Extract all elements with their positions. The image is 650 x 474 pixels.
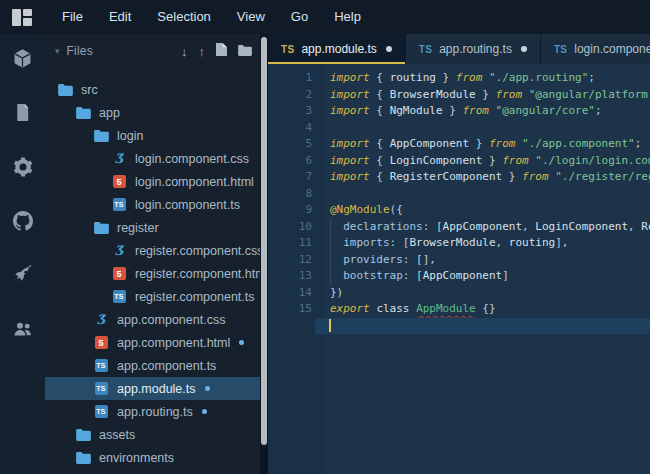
line-number: 5 — [268, 136, 312, 153]
tree-item-label: app — [99, 106, 120, 120]
tree-item-register.component.ts[interactable]: TSregister.component.ts — [45, 285, 260, 308]
modified-dot-icon — [202, 409, 207, 414]
tree-item-login[interactable]: login — [45, 124, 260, 147]
ts-file-icon: TS — [111, 198, 127, 211]
gear-icon[interactable] — [12, 156, 33, 177]
code-line-4[interactable]: 4 — [268, 120, 650, 137]
menu-selection[interactable]: Selection — [144, 0, 223, 34]
code-line-14[interactable]: 14}) — [268, 285, 650, 302]
github-icon[interactable] — [12, 210, 33, 231]
download-arrow-icon[interactable]: ↓ — [181, 45, 188, 58]
tree-item-assets[interactable]: assets — [45, 423, 260, 446]
new-file-icon[interactable] — [216, 42, 227, 60]
code-line-8[interactable]: 8 — [268, 186, 650, 203]
line-number: 15 — [268, 301, 312, 318]
tree-item-label: app.routing.ts — [117, 405, 193, 419]
code-line-2[interactable]: 2import { BrowserModule } from "@angular… — [268, 87, 650, 104]
code-line-text: bootstrap: [AppComponent] — [330, 268, 509, 285]
code-line-5[interactable]: 5import { AppComponent } from "./app.com… — [268, 136, 650, 153]
ts-file-icon: TS — [93, 405, 109, 418]
ts-file-icon: TS — [93, 359, 109, 372]
tree-item-src[interactable]: src — [45, 78, 260, 101]
ts-icon: TS — [419, 44, 432, 55]
tree-item-label: login — [117, 129, 143, 143]
code-line-15[interactable]: 15export class AppModule {} — [268, 301, 650, 318]
tab-login.component.ts[interactable]: TSlogin.component.ts — [541, 34, 650, 64]
rocket-icon[interactable] — [12, 264, 33, 285]
app-logo-icon — [12, 9, 33, 26]
users-icon[interactable] — [12, 318, 33, 339]
chevron-down-icon[interactable]: ▾ — [55, 46, 60, 56]
tree-item-register.component.html[interactable]: 5register.component.html — [45, 262, 260, 285]
tree-item-login.component.ts[interactable]: TSlogin.component.ts — [45, 193, 260, 216]
box-icon[interactable] — [12, 48, 33, 69]
line-number: 12 — [268, 252, 312, 269]
code-line-7[interactable]: 7import { RegisterComponent } from "./re… — [268, 169, 650, 186]
tree-item-label: app.component.ts — [117, 359, 216, 373]
folder-icon — [57, 84, 73, 96]
tree-item-app.module.ts[interactable]: TSapp.module.ts — [45, 377, 260, 400]
ts-icon: TS — [554, 44, 567, 55]
file-icon[interactable] — [12, 102, 33, 123]
code-line-text: declarations: [AppComponent, LoginCompon… — [330, 219, 650, 236]
code-line-text: export class AppModule {} — [330, 301, 496, 318]
code-line-text: @NgModule({ — [330, 202, 403, 219]
tree-item-label: register.component.css — [135, 244, 260, 258]
code-line-6[interactable]: 6import { LoginComponent } from "./login… — [268, 153, 650, 170]
new-folder-icon[interactable] — [238, 42, 252, 60]
code-line-text: import { RegisterComponent } from "./reg… — [330, 169, 650, 186]
line-number: 9 — [268, 202, 312, 219]
tab-app.module.ts[interactable]: TSapp.module.ts — [268, 34, 406, 64]
tree-item-app.component.ts[interactable]: TSapp.component.ts — [45, 354, 260, 377]
sidebar-title: Files — [67, 44, 181, 58]
tree-item-label: register — [117, 221, 159, 235]
ts-file-icon: TS — [111, 290, 127, 303]
code-line-9[interactable]: 9@NgModule({ — [268, 202, 650, 219]
code-editor-window: FileEditSelectionViewGoHelp — [0, 0, 650, 474]
code-line-12[interactable]: 12 providers: [], — [268, 252, 650, 269]
menu-edit[interactable]: Edit — [96, 0, 144, 34]
code-line-text: import { BrowserModule } from "@angular/… — [330, 87, 650, 104]
tree-item-environments[interactable]: environments — [45, 446, 260, 469]
upload-arrow-icon[interactable]: ↑ — [199, 45, 206, 58]
code-line-11[interactable]: 11 imports: [BrowserModule, routing], — [268, 235, 650, 252]
code-line-1[interactable]: 1import { routing } from "./app.routing"… — [268, 70, 650, 87]
folder-icon — [75, 452, 91, 464]
tree-item-login.component.html[interactable]: 5login.component.html — [45, 170, 260, 193]
tree-item-app.routing.ts[interactable]: TSapp.routing.ts — [45, 400, 260, 423]
menu-bar-items: FileEditSelectionViewGoHelp — [49, 0, 374, 34]
tab-label: app.routing.ts — [439, 42, 512, 56]
tree-item-app.component.css[interactable]: Ʒapp.component.css — [45, 308, 260, 331]
cursor-line[interactable] — [315, 318, 650, 335]
code-line-text: import { AppComponent } from "./app.comp… — [330, 136, 641, 153]
sidebar-scrollbar[interactable] — [261, 37, 267, 445]
activity-bar — [0, 34, 45, 474]
menu-go[interactable]: Go — [278, 0, 321, 34]
html-file-icon: 5 — [111, 267, 127, 280]
ts-file-icon: TS — [93, 382, 109, 395]
line-number: 4 — [268, 120, 312, 137]
modified-dot-icon[interactable] — [386, 46, 392, 52]
tree-item-login.component.css[interactable]: Ʒlogin.component.css — [45, 147, 260, 170]
tree-item-label: login.component.css — [135, 152, 249, 166]
menu-help[interactable]: Help — [321, 0, 374, 34]
code-area[interactable]: 1import { routing } from "./app.routing"… — [268, 64, 650, 474]
tab-app.routing.ts[interactable]: TSapp.routing.ts — [406, 34, 541, 64]
tree-item-app.component.html[interactable]: 5app.component.html — [45, 331, 260, 354]
tree-item-register[interactable]: register — [45, 216, 260, 239]
tree-item-label: login.component.html — [135, 175, 254, 189]
menu-view[interactable]: View — [224, 0, 278, 34]
folder-icon — [93, 222, 109, 234]
tree-item-register.component.css[interactable]: Ʒregister.component.css — [45, 239, 260, 262]
sidebar-header: ▾ Files ↓ ↑ — [45, 38, 260, 64]
line-number: 1 — [268, 70, 312, 87]
menu-bar: FileEditSelectionViewGoHelp — [0, 0, 650, 34]
code-line-10[interactable]: 10 declarations: [AppComponent, LoginCom… — [268, 219, 650, 236]
line-number: 3 — [268, 103, 312, 120]
css-file-icon: Ʒ — [93, 312, 109, 327]
menu-file[interactable]: File — [49, 0, 96, 34]
code-line-3[interactable]: 3import { NgModule } from "@angular/core… — [268, 103, 650, 120]
tree-item-app[interactable]: app — [45, 101, 260, 124]
modified-dot-icon[interactable] — [521, 46, 527, 52]
code-line-13[interactable]: 13 bootstrap: [AppComponent] — [268, 268, 650, 285]
